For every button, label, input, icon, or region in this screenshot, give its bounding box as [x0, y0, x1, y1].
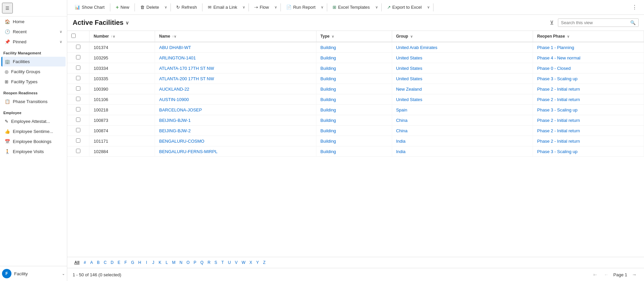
refresh-button[interactable]: ↻ Refresh — [173, 3, 200, 11]
row-checkbox[interactable] — [76, 86, 80, 91]
col-header-group[interactable]: Group ∨ — [392, 31, 533, 42]
alpha-btn-k[interactable]: K — [157, 259, 163, 266]
cell-group[interactable]: United States — [392, 74, 533, 84]
alpha-btn-c[interactable]: C — [102, 259, 108, 266]
cell-name[interactable]: AUSTIN-10900 — [155, 94, 316, 105]
row-checkbox-cell[interactable] — [67, 94, 89, 105]
cell-name[interactable]: ABU DHABI-WT — [155, 42, 316, 53]
cell-group[interactable]: China — [392, 115, 533, 126]
sidebar-item-pinned[interactable]: 📌 Pinned ∨ — [1, 37, 66, 47]
delete-button[interactable]: 🗑 Delete — [137, 3, 162, 11]
alpha-btn-l[interactable]: L — [164, 259, 170, 266]
excel-templates-dropdown[interactable]: ∨ — [374, 3, 379, 11]
alpha-btn-s[interactable]: S — [213, 259, 219, 266]
row-checkbox[interactable] — [76, 45, 80, 49]
cell-reopen-phase[interactable]: Phase 2 - Initial return — [533, 126, 644, 136]
show-chart-button[interactable]: 📊 Show Chart — [71, 3, 108, 11]
alpha-btn-g[interactable]: G — [129, 259, 136, 266]
search-input[interactable] — [561, 20, 628, 25]
cell-type[interactable]: Building — [316, 105, 392, 115]
alpha-btn-n[interactable]: N — [178, 259, 184, 266]
alpha-btn-j[interactable]: J — [150, 259, 156, 266]
alpha-btn-v[interactable]: V — [233, 259, 239, 266]
flow-dropdown[interactable]: ∨ — [273, 3, 278, 11]
view-title[interactable]: Active Facilities ∨ — [73, 19, 129, 27]
next-page-button[interactable]: → — [630, 271, 639, 278]
alpha-btn-a[interactable]: A — [88, 259, 94, 266]
sidebar-item-employee-bookings[interactable]: 📅 Employee Bookings — [1, 137, 66, 146]
cell-reopen-phase[interactable]: Phase 0 - Closed — [533, 63, 644, 74]
cell-type[interactable]: Building — [316, 136, 392, 146]
row-checkbox-cell[interactable] — [67, 42, 89, 53]
alpha-btn-i[interactable]: I — [144, 259, 150, 266]
row-checkbox[interactable] — [76, 107, 80, 111]
cell-group[interactable]: United States — [392, 63, 533, 74]
cell-reopen-phase[interactable]: Phase 2 - Initial return — [533, 84, 644, 94]
excel-templates-button[interactable]: ⊞ Excel Templates — [329, 3, 373, 11]
select-all-checkbox[interactable] — [71, 34, 76, 38]
cell-group[interactable]: Spain — [392, 105, 533, 115]
cell-group[interactable]: United States — [392, 53, 533, 63]
email-link-button[interactable]: ✉ Email a Link — [204, 3, 240, 11]
run-report-button[interactable]: 📄 Run Report — [283, 3, 319, 11]
row-checkbox-cell[interactable] — [67, 115, 89, 126]
alpha-btn-m[interactable]: M — [171, 259, 177, 266]
row-checkbox[interactable] — [76, 138, 80, 143]
alpha-btn-r[interactable]: R — [206, 259, 212, 266]
sidebar-item-employee-attest[interactable]: ✎ Employee Attestat... — [1, 116, 66, 126]
prev-page-button[interactable]: ← — [602, 271, 611, 278]
alpha-btn-x[interactable]: X — [248, 259, 254, 266]
delete-dropdown[interactable]: ∨ — [163, 3, 168, 11]
row-checkbox[interactable] — [76, 76, 80, 80]
cell-reopen-phase[interactable]: Phase 3 - Scaling up — [533, 146, 644, 157]
cell-group[interactable]: New Zealand — [392, 84, 533, 94]
cell-type[interactable]: Building — [316, 126, 392, 136]
row-checkbox-cell[interactable] — [67, 63, 89, 74]
cell-type[interactable]: Building — [316, 146, 392, 157]
alpha-btn-u[interactable]: U — [226, 259, 233, 266]
first-page-button[interactable]: ⇤ — [591, 271, 599, 278]
alpha-btn-y[interactable]: Y — [255, 259, 261, 266]
alpha-btn-d[interactable]: D — [109, 259, 115, 266]
row-checkbox[interactable] — [76, 97, 80, 101]
cell-name[interactable]: ATLANTA-170 17TH ST NW — [155, 63, 316, 74]
alpha-btn-q[interactable]: Q — [199, 259, 205, 266]
alpha-btn-f[interactable]: F — [123, 259, 129, 266]
alpha-btn-e[interactable]: E — [116, 259, 122, 266]
row-checkbox-cell[interactable] — [67, 136, 89, 146]
cell-reopen-phase[interactable]: Phase 3 - Scaling up — [533, 105, 644, 115]
row-checkbox-cell[interactable] — [67, 105, 89, 115]
alpha-btn-b[interactable]: B — [95, 259, 101, 266]
row-checkbox[interactable] — [76, 55, 80, 59]
sidebar-footer[interactable]: F Facility ⌄ — [0, 266, 67, 281]
alpha-btn-h[interactable]: H — [137, 259, 143, 266]
row-checkbox-cell[interactable] — [67, 84, 89, 94]
menu-icon[interactable]: ☰ — [2, 3, 13, 13]
export-excel-button[interactable]: ↗ Export to Excel — [384, 3, 425, 11]
sidebar-item-home[interactable]: 🏠 Home — [1, 17, 66, 27]
grid-container[interactable]: Number ↑∨ Name ↑∨ Type ∨ — [67, 31, 644, 257]
run-report-dropdown[interactable]: ∨ — [319, 3, 325, 11]
col-header-reopen-phase[interactable]: Reopen Phase ∨ — [533, 31, 644, 42]
cell-type[interactable]: Building — [316, 63, 392, 74]
alpha-btn-p[interactable]: P — [192, 259, 198, 266]
cell-name[interactable]: BEIJING-BJW-2 — [155, 126, 316, 136]
row-checkbox[interactable] — [76, 128, 80, 132]
new-button[interactable]: + New — [112, 3, 132, 12]
sidebar-item-employee-sentiment[interactable]: 👍 Employee Sentime... — [1, 127, 66, 136]
cell-group[interactable]: India — [392, 146, 533, 157]
alpha-btn-t[interactable]: T — [220, 259, 226, 266]
row-checkbox-cell[interactable] — [67, 53, 89, 63]
email-dropdown[interactable]: ∨ — [241, 3, 247, 11]
cell-name[interactable]: BARCELONA-JOSEP — [155, 105, 316, 115]
flow-button[interactable]: ⇢ Flow — [251, 3, 272, 11]
cell-group[interactable]: China — [392, 126, 533, 136]
sidebar-item-facility-groups[interactable]: ◎ Facility Groups — [1, 67, 66, 77]
sidebar-item-facility-types[interactable]: ⊞ Facility Types — [1, 77, 66, 87]
cell-name[interactable]: ARLINGTON-1401 — [155, 53, 316, 63]
alpha-btn-all[interactable]: All — [73, 259, 81, 266]
sidebar-item-phase-transitions[interactable]: 📋 Phase Transitions — [1, 97, 66, 106]
cell-group[interactable]: United States — [392, 94, 533, 105]
cell-group[interactable]: United Arab Emirates — [392, 42, 533, 53]
cell-type[interactable]: Building — [316, 94, 392, 105]
